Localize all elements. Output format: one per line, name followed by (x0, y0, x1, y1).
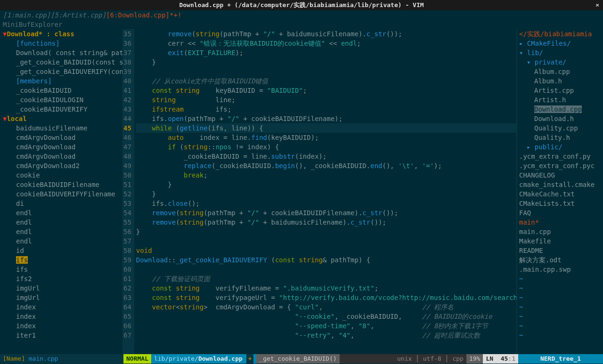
code-line[interactable]: // 从cookie文件中提取BAIDUID键值 (136, 76, 516, 86)
code-line[interactable]: ifs.open(pathTmp + "/" + cookieBAIDUIDFi… (136, 114, 516, 123)
tagbar-pane[interactable]: ▼Download* : class [functions] Download(… (0, 29, 123, 354)
code-line[interactable]: if (string::npos != index) { (136, 142, 516, 152)
tag-local-item[interactable]: baidumusicFilename (3, 123, 122, 133)
tag-local-item[interactable]: imgUrl (3, 293, 122, 302)
nerdtree-item[interactable]: main* (519, 218, 603, 227)
code-line[interactable]: void (136, 246, 516, 255)
tag-local-item[interactable]: endl (3, 208, 122, 218)
tag-local-item[interactable]: ifs2 (3, 274, 122, 283)
nerdtree-pane[interactable]: </实践/biabiamiamia ▸ CMakeFiles/▾ lib/▾ p… (516, 29, 603, 354)
tag-function-item[interactable]: Download( const string& path (3, 48, 122, 57)
tag-local-item[interactable]: imgUrl (3, 283, 122, 293)
code-area[interactable]: remove(string(pathTmp + "/" + baidumusic… (134, 29, 516, 354)
code-line[interactable]: replace(_cookieBAIDUID.begin(), _cookieB… (136, 161, 516, 170)
buffer-5[interactable]: [5:Artist.cpp] (50, 11, 106, 19)
code-line[interactable]: string line; (136, 95, 516, 105)
tag-local-item[interactable]: iter1 (3, 331, 122, 340)
buffer-1[interactable]: [1:main.cpp] (3, 11, 50, 19)
code-line[interactable]: const string keyBAIDUID = "BAIDUID"; (136, 86, 516, 95)
code-line[interactable]: _cookieBAIDUID = line.substr(index); (136, 152, 516, 161)
nerdtree-item[interactable]: README (519, 246, 603, 255)
nerdtree-item[interactable]: CMakeLists.txt (519, 199, 603, 208)
nerdtree-item[interactable]: Makefile (519, 236, 603, 246)
tag-local-group[interactable]: ▼local (3, 114, 122, 123)
tag-local-item[interactable]: cookieBAIDUIDFilename (3, 180, 122, 189)
code-line[interactable]: "--retry", "4", // 超时后重试次数 (136, 331, 516, 340)
nerdtree-item[interactable]: 解决方案.odt (519, 255, 603, 265)
nerdtree-item[interactable]: Artist.cpp (519, 86, 603, 95)
nerdtree-item[interactable]: .main.cpp.swp (519, 265, 603, 274)
code-line[interactable]: remove(string(pathTmp + "/" + baidumusic… (136, 29, 516, 39)
buffer-6-active[interactable]: [6:Download.cpp]*+! (106, 11, 181, 19)
tag-local-item[interactable]: ifs (3, 255, 122, 265)
tag-local-item[interactable]: cookieBAIDUVERIFYFilename (3, 189, 122, 199)
code-line[interactable]: ifs.close(); (136, 199, 516, 208)
tag-function-item[interactable]: _get_cookie_BAIDUVERIFY(cons (3, 67, 122, 76)
nerdtree-item[interactable]: CHANGELOG (519, 170, 603, 180)
code-line[interactable] (136, 236, 516, 246)
code-line[interactable]: } (136, 180, 516, 189)
tag-function-item[interactable]: _get_cookie_BAIDUID(const st (3, 57, 122, 67)
code-line[interactable]: "--speed-time", "8", // 8秒内未下载1字节 (136, 321, 516, 331)
nerdtree-item[interactable]: Artist.h (519, 95, 603, 105)
code-line[interactable] (136, 265, 516, 274)
code-line[interactable]: break; (136, 170, 516, 180)
tag-local-item[interactable]: ifs (3, 265, 122, 274)
nerdtree-item[interactable]: cmake_install.cmake (519, 180, 603, 189)
nerdtree-item[interactable]: .ycm_extra_conf.pyc (519, 161, 603, 170)
nerdtree-item[interactable]: Album.cpp (519, 67, 603, 76)
tag-local-item[interactable]: endl (3, 236, 122, 246)
close-icon[interactable]: × (595, 0, 599, 10)
nerdtree-item[interactable]: ▸ CMakeFiles/ (519, 39, 603, 48)
nerdtree-item[interactable]: Album.h (519, 76, 603, 86)
code-line[interactable]: auto index = line.find(keyBAIDUID); (136, 133, 516, 142)
tag-local-item[interactable]: cmdArgvDownload (3, 142, 122, 152)
nerdtree-item[interactable]: ▾ private/ (519, 57, 603, 67)
tag-member-item[interactable]: _cookieBAIDUVERIFY (3, 105, 122, 114)
tag-local-item[interactable]: index (3, 302, 122, 312)
code-line[interactable]: "--cookie", _cookieBAIDUID, // BAIDUID的c… (136, 312, 516, 321)
code-line[interactable]: ifstream ifs; (136, 105, 516, 114)
code-line[interactable]: const string verifyFilename = ".baidumus… (136, 283, 516, 293)
nerdtree-root[interactable]: </实践/biabiamiamia (519, 29, 603, 39)
tag-local-item[interactable]: cmdArgvDownload (3, 133, 122, 142)
nerdtree-item[interactable]: Download.h (519, 114, 603, 123)
tag-local-item[interactable]: cmdArgvDownload2 (3, 161, 122, 170)
nerdtree-item[interactable]: FAQ (519, 208, 603, 218)
tag-local-item[interactable]: index (3, 312, 122, 321)
code-line[interactable]: } (136, 227, 516, 236)
tag-local-item[interactable]: di (3, 199, 122, 208)
nerdtree-item[interactable]: ▾ lib/ (519, 48, 603, 57)
tag-local-item[interactable]: endl (3, 227, 122, 236)
nerdtree-item[interactable]: CMakeCache.txt (519, 189, 603, 199)
code-line[interactable]: } (136, 189, 516, 199)
tag-local-item[interactable]: endl (3, 218, 122, 227)
tag-member-item[interactable]: _cookieBAIDUID (3, 86, 122, 95)
tag-local-item[interactable]: index (3, 321, 122, 331)
editor-pane[interactable]: 3536373839404142434445464748495051525354… (123, 29, 516, 354)
nerdtree-item[interactable]: .ycm_extra_conf.py (519, 152, 603, 161)
tag-functions-group[interactable]: [functions] (3, 39, 122, 48)
nerdtree-item[interactable]: main.cpp (519, 227, 603, 236)
nerdtree-item[interactable]: Quality.h (519, 133, 603, 142)
tag-members-group[interactable]: [members] (3, 76, 122, 86)
tag-local-item[interactable]: cookie (3, 170, 122, 180)
code-line[interactable]: Download::_get_cookie_BAIDUVERIFY (const… (136, 255, 516, 265)
code-line[interactable]: } (136, 57, 516, 67)
code-line[interactable] (136, 67, 516, 76)
code-line[interactable]: const string verifypageUrl = "http://ver… (136, 293, 516, 302)
code-line[interactable]: while (getline(ifs, line)) { (136, 123, 516, 133)
code-line[interactable]: remove(string(pathTmp + "/" + baidumusic… (136, 218, 516, 227)
nerdtree-item[interactable]: ▸ public/ (519, 142, 603, 152)
nerdtree-item[interactable]: Quality.cpp (519, 123, 603, 133)
code-line[interactable]: remove(string(pathTmp + "/" + cookieBAID… (136, 208, 516, 218)
tag-local-item[interactable]: cmdArgvDownload (3, 152, 122, 161)
tag-class[interactable]: ▼Download* : class (3, 29, 122, 39)
tag-local-item[interactable]: id (3, 246, 122, 255)
code-line[interactable]: // 下载验证码页面 (136, 274, 516, 283)
tag-member-item[interactable]: _cookieBAIDULOGIN (3, 95, 122, 105)
code-line[interactable]: cerr << "错误：无法获取BAIDUID的cookie键值" << end… (136, 39, 516, 48)
code-line[interactable]: exit(EXIT_FAILURE); (136, 48, 516, 57)
nerdtree-item[interactable]: Download.cpp (519, 105, 603, 114)
code-line[interactable]: vector<string> cmdArgvDownload = { "curl… (136, 302, 516, 312)
